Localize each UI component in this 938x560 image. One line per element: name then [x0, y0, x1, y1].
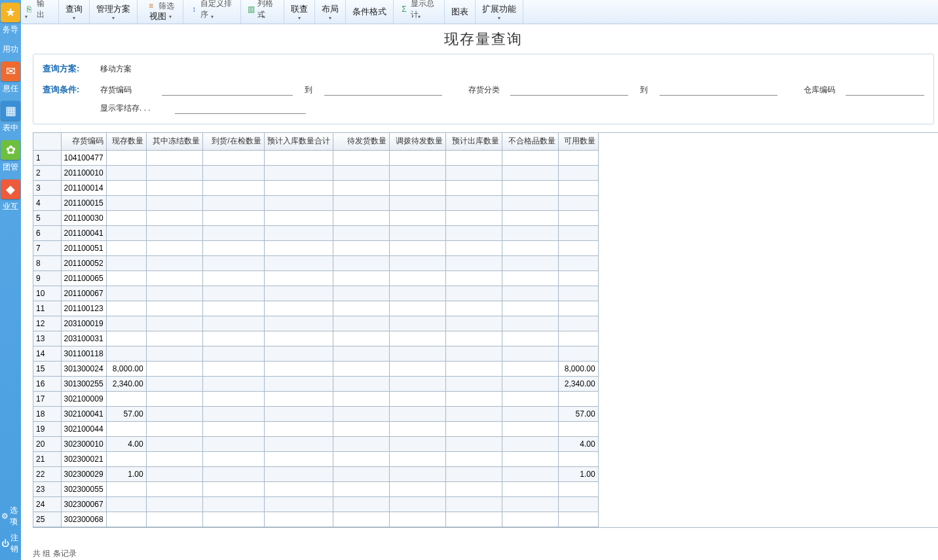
cell[interactable] — [445, 391, 502, 406]
cell[interactable] — [502, 496, 558, 512]
logout-link[interactable]: ⏻注销 — [0, 530, 21, 557]
cell[interactable] — [333, 210, 389, 225]
stock-class-input[interactable] — [510, 84, 628, 96]
cell[interactable] — [202, 361, 264, 376]
sidebar-item-5[interactable]: ◆业互 — [0, 179, 21, 211]
cell[interactable] — [333, 165, 389, 180]
cell-code[interactable]: 301100118 — [61, 346, 106, 361]
cell[interactable] — [146, 195, 202, 210]
scheme-value[interactable]: 移动方案 — [100, 64, 132, 75]
cell[interactable] — [389, 301, 445, 316]
colfmt-button[interactable]: ▥列格式 ▾ — [241, 0, 284, 24]
cell[interactable] — [264, 512, 333, 527]
cell[interactable] — [264, 240, 333, 255]
cell[interactable] — [202, 512, 264, 527]
col-header[interactable]: 其中冻结数量 — [146, 133, 202, 150]
cell[interactable] — [333, 436, 389, 451]
cell[interactable] — [146, 180, 202, 195]
cell[interactable] — [389, 512, 445, 527]
cell[interactable] — [502, 301, 558, 316]
cell-code[interactable]: 201100030 — [61, 210, 106, 225]
cell[interactable] — [558, 271, 598, 286]
cell[interactable] — [106, 391, 146, 406]
cell[interactable] — [146, 286, 202, 301]
cell[interactable] — [146, 346, 202, 361]
row-index[interactable]: 24 — [33, 496, 61, 512]
cell[interactable] — [202, 481, 264, 496]
cell-code[interactable]: 301300024 — [61, 361, 106, 376]
cell[interactable] — [445, 496, 502, 512]
table-row[interactable]: 4201100015 — [33, 195, 598, 210]
col-header[interactable]: 不合格品数量 — [502, 133, 558, 150]
cell-code[interactable]: 301300255 — [61, 376, 106, 391]
cell[interactable] — [502, 481, 558, 496]
cell[interactable] — [264, 361, 333, 376]
table-row[interactable]: 23302300055 — [33, 481, 598, 496]
cell[interactable] — [106, 240, 146, 255]
sidebar-item-3[interactable]: ▦表中 — [0, 101, 21, 132]
cell[interactable]: 57.00 — [558, 406, 598, 421]
cell[interactable] — [106, 195, 146, 210]
cell[interactable] — [389, 225, 445, 240]
table-row[interactable]: 12203100019 — [33, 316, 598, 331]
cell[interactable] — [389, 195, 445, 210]
cell[interactable] — [106, 481, 146, 496]
cell[interactable] — [445, 271, 502, 286]
row-index[interactable]: 16 — [33, 376, 61, 391]
row-index[interactable]: 13 — [33, 331, 61, 346]
cell[interactable] — [502, 225, 558, 240]
cell[interactable] — [502, 512, 558, 527]
cell[interactable] — [502, 255, 558, 271]
cell[interactable] — [264, 331, 333, 346]
cell[interactable] — [445, 331, 502, 346]
cell[interactable] — [502, 451, 558, 466]
ext-button[interactable]: 扩展功能▾ — [476, 0, 523, 24]
cell-code[interactable]: 302300010 — [61, 436, 106, 451]
cell[interactable] — [558, 421, 598, 436]
cell[interactable] — [445, 150, 502, 165]
table-row[interactable]: 153013000248,000.008,000.00 — [33, 361, 598, 376]
cell[interactable] — [389, 481, 445, 496]
cell[interactable] — [558, 301, 598, 316]
table-row[interactable]: 3201100014 — [33, 180, 598, 195]
cell[interactable] — [558, 512, 598, 527]
cell[interactable] — [106, 301, 146, 316]
export-button[interactable]: ⎘输出 ▾ — [21, 0, 59, 24]
cell[interactable] — [333, 512, 389, 527]
table-row[interactable]: 203023000104.004.00 — [33, 436, 598, 451]
cell-code[interactable]: 201100065 — [61, 271, 106, 286]
cell[interactable] — [333, 316, 389, 331]
cell[interactable] — [202, 451, 264, 466]
table-row[interactable]: 163013002552,340.002,340.00 — [33, 376, 598, 391]
cell[interactable] — [106, 316, 146, 331]
cell[interactable] — [146, 376, 202, 391]
cell[interactable] — [502, 436, 558, 451]
cell-code[interactable]: 302100009 — [61, 391, 106, 406]
cell[interactable] — [445, 301, 502, 316]
cell[interactable] — [445, 255, 502, 271]
cell[interactable] — [146, 165, 202, 180]
condfmt-button[interactable]: 条件格式 — [346, 0, 394, 24]
col-header[interactable]: 现存数量 — [106, 133, 146, 150]
cell[interactable] — [389, 180, 445, 195]
cell[interactable] — [502, 150, 558, 165]
cell[interactable] — [333, 391, 389, 406]
cell[interactable] — [445, 466, 502, 481]
row-index[interactable]: 23 — [33, 481, 61, 496]
cell[interactable]: 57.00 — [106, 406, 146, 421]
table-row[interactable]: 9201100065 — [33, 271, 598, 286]
cell[interactable] — [502, 346, 558, 361]
cell-code[interactable]: 201100010 — [61, 165, 106, 180]
table-row[interactable]: 17302100009 — [33, 391, 598, 406]
table-row[interactable]: 24302300067 — [33, 496, 598, 512]
cell[interactable] — [389, 316, 445, 331]
cell[interactable] — [264, 301, 333, 316]
cell[interactable] — [558, 225, 598, 240]
plan-button[interactable]: 管理方案▾ — [90, 0, 138, 24]
row-index[interactable]: 8 — [33, 255, 61, 271]
row-index[interactable]: 9 — [33, 271, 61, 286]
col-header[interactable]: 可用数量 — [558, 133, 598, 150]
table-row[interactable]: 6201100041 — [33, 225, 598, 240]
cell[interactable] — [264, 210, 333, 225]
row-index[interactable]: 21 — [33, 451, 61, 466]
